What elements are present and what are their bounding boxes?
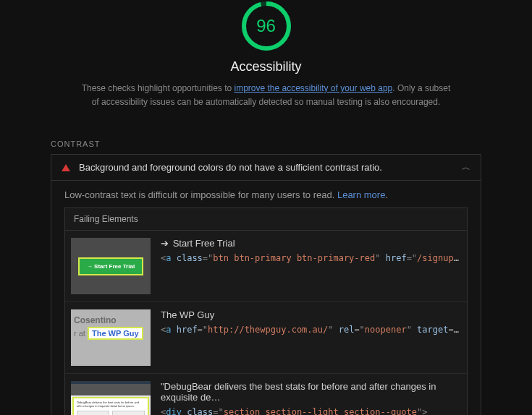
category-title: Accessibility xyxy=(230,59,301,74)
score-gauge: 96 xyxy=(240,0,292,52)
audit-contrast: Background and foreground colors do not … xyxy=(51,154,481,415)
learn-more-link[interactable]: Learn more xyxy=(337,189,385,200)
failing-elements-header: Failing Elements xyxy=(65,208,467,231)
audit-title: Background and foreground colors do not … xyxy=(79,162,462,173)
score-area: 96 Accessibility These checks highlight … xyxy=(0,0,532,109)
element-label: The WP Guy xyxy=(161,309,461,320)
audit-header[interactable]: Background and foreground colors do not … xyxy=(51,155,481,181)
element-row: Cosentino r at The WP Guy The WP Guy <a … xyxy=(65,302,467,374)
code-snippet: <a href="http://thewpguy.com.au/" rel="n… xyxy=(161,325,461,335)
element-label: ➔ Start Free Trial xyxy=(161,238,461,249)
warning-triangle-icon xyxy=(62,164,70,171)
improve-accessibility-link[interactable]: improve the accessibility of your web ap… xyxy=(234,83,392,93)
element-thumbnail: → Start Free Trial xyxy=(71,238,151,294)
section-label-contrast: CONTRAST xyxy=(51,140,481,148)
code-snippet: <div class="section section--light secti… xyxy=(161,407,461,415)
audit-description: Low-contrast text is difficult or imposs… xyxy=(64,189,468,200)
element-thumbnail: DebugBear delivers the best stats for be… xyxy=(71,381,151,415)
category-description: These checks highlight opportunities to … xyxy=(78,82,455,109)
element-row: → Start Free Trial ➔ Start Free Trial <a… xyxy=(65,231,467,302)
score-value: 96 xyxy=(240,0,292,52)
chevron-up-icon: ︿ xyxy=(462,161,470,174)
element-thumbnail: Cosentino r at The WP Guy xyxy=(71,309,151,366)
element-row: DebugBear delivers the best stats for be… xyxy=(65,374,467,415)
failing-elements-box: Failing Elements → Start Free Trial ➔ St… xyxy=(64,208,468,415)
element-label: "DebugBear delivers the best stats for b… xyxy=(161,381,461,403)
audit-body: Low-contrast text is difficult or imposs… xyxy=(51,181,481,415)
code-snippet: <a class="btn btn-primary btn-primary-re… xyxy=(161,253,461,263)
